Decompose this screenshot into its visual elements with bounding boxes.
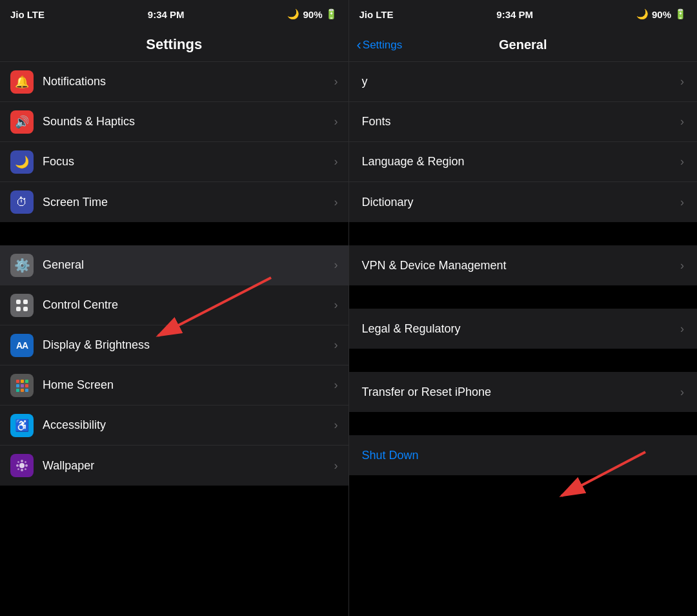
svg-rect-4 (16, 380, 19, 383)
sidebar-item-wallpaper[interactable]: Wallpaper › (0, 446, 348, 486)
control-centre-chevron: › (334, 298, 338, 312)
svg-point-15 (21, 469, 23, 471)
settings-nav-bar: Settings (0, 28, 348, 62)
general-item-fonts[interactable]: Fonts › (349, 102, 698, 142)
sidebar-item-focus[interactable]: 🌙 Focus › (0, 142, 348, 182)
svg-rect-11 (21, 389, 24, 392)
partial-text: y (362, 75, 368, 88)
accessibility-chevron: › (334, 418, 338, 432)
vpn-chevron: › (680, 259, 684, 272)
svg-rect-10 (16, 389, 19, 392)
battery-right: 90% (652, 9, 671, 20)
legal-chevron: › (680, 322, 684, 336)
sidebar-item-control-centre[interactable]: Control Centre › (0, 285, 348, 325)
moon-icon-right: 🌙 (636, 8, 649, 20)
focus-icon: 🌙 (10, 150, 34, 174)
screen-time-label: Screen Time (43, 196, 334, 209)
screen-time-icon: ⏱ (10, 190, 34, 214)
display-icon: AA (10, 334, 34, 357)
sidebar-item-sounds[interactable]: 🔊 Sounds & Haptics › (0, 102, 348, 142)
notifications-label: Notifications (43, 75, 334, 88)
battery-left: 90% (303, 9, 322, 20)
partial-chevron: › (680, 75, 684, 88)
language-label: Language & Region (362, 155, 681, 169)
sidebar-item-notifications[interactable]: 🔔 Notifications › (0, 62, 348, 102)
general-label: General (43, 258, 334, 272)
screen-time-chevron: › (334, 196, 338, 209)
svg-rect-8 (21, 384, 24, 387)
back-button[interactable]: ‹ Settings (357, 38, 403, 52)
app-container: Jio LTE 9:34 PM 🌙 90% 🔋 Settings 🔔 (0, 0, 697, 616)
svg-rect-0 (16, 300, 21, 304)
general-section-1: Fonts › Language & Region › Dictionary › (349, 102, 698, 222)
sidebar-item-home-screen[interactable]: Home Screen › (0, 365, 348, 406)
svg-rect-9 (25, 384, 28, 387)
accessibility-label: Accessibility (43, 418, 334, 432)
control-centre-icon (10, 294, 34, 317)
general-section-gap-1 (349, 222, 698, 245)
display-label: Display & Brightness (43, 338, 334, 352)
focus-label: Focus (43, 155, 334, 169)
network-left: LTE (27, 9, 45, 20)
back-chevron-icon: ‹ (357, 38, 361, 52)
general-item-vpn[interactable]: VPN & Device Management › (349, 245, 698, 285)
sounds-label: Sounds & Haptics (43, 115, 334, 128)
status-left-right: Jio LTE (359, 9, 394, 20)
general-item-shutdown[interactable]: Shut Down (349, 435, 698, 475)
svg-rect-6 (25, 380, 28, 383)
vpn-label: VPN & Device Management (362, 259, 681, 272)
svg-rect-5 (21, 380, 24, 383)
section-2: ⚙️ General › Control Centre (0, 245, 348, 486)
svg-point-14 (21, 460, 23, 462)
settings-title: Settings (146, 28, 202, 62)
battery-icon-right: 🔋 (674, 8, 687, 20)
home-screen-chevron: › (334, 378, 338, 392)
wallpaper-label: Wallpaper (43, 459, 334, 473)
svg-point-17 (25, 464, 28, 467)
general-section-gap-3 (349, 349, 698, 372)
settings-list-left: 🔔 Notifications › 🔊 Sounds & Haptics › 🌙 (0, 62, 348, 616)
general-item-language[interactable]: Language & Region › (349, 142, 698, 182)
general-section-4: Transfer or Reset iPhone › (349, 372, 698, 412)
carrier-right: Jio (359, 9, 374, 20)
sidebar-item-general[interactable]: ⚙️ General › (0, 245, 348, 285)
legal-label: Legal & Regulatory (362, 322, 681, 336)
general-nav-bar: ‹ Settings General (349, 28, 698, 62)
fonts-label: Fonts (362, 115, 681, 128)
wallpaper-chevron: › (334, 459, 338, 473)
battery-icon-left: 🔋 (325, 8, 338, 20)
fonts-chevron: › (680, 115, 684, 128)
svg-rect-12 (25, 389, 28, 392)
transfer-label: Transfer or Reset iPhone (362, 385, 681, 399)
sidebar-item-display[interactable]: AA Display & Brightness › (0, 325, 348, 365)
wallpaper-icon (10, 454, 34, 477)
sidebar-item-accessibility[interactable]: ♿ Accessibility › (0, 406, 348, 446)
general-item-dictionary[interactable]: Dictionary › (349, 182, 698, 222)
back-label: Settings (363, 39, 402, 52)
network-right: LTE (376, 9, 393, 20)
time-left: 9:34 PM (148, 9, 185, 20)
focus-chevron: › (334, 155, 338, 169)
general-section-5: Shut Down (349, 435, 698, 475)
general-settings-list: y › Fonts › Language & Region › Dictiona… (349, 62, 698, 616)
svg-rect-7 (16, 384, 19, 387)
notifications-chevron: › (334, 75, 338, 88)
general-section-2: VPN & Device Management › (349, 245, 698, 285)
svg-rect-3 (23, 307, 28, 311)
svg-point-18 (17, 461, 19, 463)
svg-point-13 (19, 463, 25, 468)
status-left: Jio LTE (10, 9, 45, 20)
home-screen-icon (10, 374, 34, 397)
home-screen-label: Home Screen (43, 378, 334, 392)
general-item-transfer[interactable]: Transfer or Reset iPhone › (349, 372, 698, 412)
status-bar-right: Jio LTE 9:34 PM 🌙 90% 🔋 (349, 0, 698, 28)
general-item-legal[interactable]: Legal & Regulatory › (349, 309, 698, 349)
svg-rect-2 (16, 307, 21, 311)
svg-point-19 (25, 461, 26, 463)
svg-point-20 (17, 468, 19, 470)
transfer-chevron: › (680, 385, 684, 399)
shutdown-label: Shut Down (362, 449, 685, 462)
status-right-left: 🌙 90% 🔋 (287, 8, 338, 20)
general-title: General (499, 28, 547, 62)
sidebar-item-screen-time[interactable]: ⏱ Screen Time › (0, 182, 348, 222)
